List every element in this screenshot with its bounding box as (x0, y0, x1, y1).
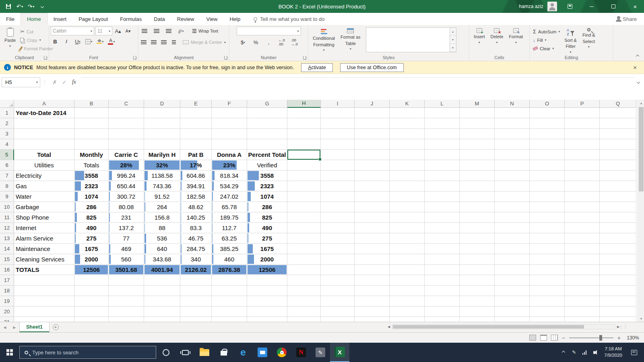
cell-E4[interactable] (180, 139, 212, 150)
cell-M13[interactable] (460, 233, 495, 244)
cell-B21[interactable] (74, 317, 109, 322)
cell-A16[interactable]: TOTALS (14, 265, 74, 275)
cell-E1[interactable] (180, 108, 212, 118)
cell-N4[interactable] (495, 139, 530, 150)
scroll-left-button[interactable]: ◀ (386, 324, 392, 330)
cell-F19[interactable] (212, 296, 247, 306)
row-header-6[interactable]: 6 (0, 160, 14, 171)
font-color-button[interactable]: A▾ (107, 37, 116, 46)
row-header-19[interactable]: 19 (0, 296, 14, 306)
cell-F17[interactable] (212, 275, 247, 286)
decrease-font-size-button[interactable]: A▾ (124, 27, 132, 35)
cell-O21[interactable] (530, 317, 565, 322)
cell-P19[interactable] (565, 296, 600, 306)
cell-P11[interactable] (565, 212, 600, 223)
alignment-dialog-launcher[interactable] (224, 56, 228, 60)
cell-O12[interactable] (530, 223, 565, 233)
row-header-1[interactable]: 1 (0, 108, 14, 118)
cell-C7[interactable]: 996.24 (109, 171, 144, 181)
cell-B4[interactable] (74, 139, 109, 150)
cell-C9[interactable]: 300.72 (109, 191, 144, 202)
network-tray-icon[interactable] (579, 350, 590, 355)
cell-N5[interactable] (495, 150, 530, 160)
cell-B2[interactable] (74, 118, 109, 129)
cell-A12[interactable]: Internet (14, 223, 74, 233)
row-header-3[interactable]: 3 (0, 129, 14, 139)
cell-O16[interactable] (530, 265, 565, 275)
cell-D12[interactable]: 88 (144, 223, 180, 233)
cell-A8[interactable]: Gas (14, 181, 74, 191)
cell-K19[interactable] (390, 296, 425, 306)
cell-L11[interactable] (425, 212, 460, 223)
cell-O19[interactable] (530, 296, 565, 306)
cell-N10[interactable] (495, 202, 530, 212)
cell-N11[interactable] (495, 212, 530, 223)
cell-H6[interactable] (287, 160, 321, 171)
redo-button[interactable]: ↷▾ (26, 1, 36, 12)
cell-Q7[interactable] (600, 171, 636, 181)
activate-button[interactable]: Activate (301, 63, 332, 72)
cell-F10[interactable]: 65.78 (212, 202, 247, 212)
column-header-G[interactable]: G (247, 100, 287, 108)
cell-N16[interactable] (495, 265, 530, 275)
cell-N21[interactable] (495, 317, 530, 322)
cell-A1[interactable]: Year-to-Date 2014 (14, 108, 74, 118)
cell-L14[interactable] (425, 244, 460, 254)
cell-H12[interactable] (287, 223, 321, 233)
number-format-dropdown-icon[interactable]: ▾ (295, 29, 299, 33)
sort-filter-dropdown-icon[interactable]: ▾ (570, 50, 572, 54)
cell-D20[interactable] (144, 306, 180, 317)
tray-overflow-button[interactable] (558, 351, 569, 354)
paste-dropdown-icon[interactable]: ▾ (9, 44, 11, 48)
cell-A10[interactable]: Garbage (14, 202, 74, 212)
row-header-17[interactable]: 17 (0, 275, 14, 286)
row-header-14[interactable]: 14 (0, 244, 14, 254)
cell-P17[interactable] (565, 275, 600, 286)
cell-I11[interactable] (321, 212, 355, 223)
cell-F13[interactable]: 63.25 (212, 233, 247, 244)
cell-L1[interactable] (425, 108, 460, 118)
cell-D14[interactable]: 640 (144, 244, 180, 254)
cell-F2[interactable] (212, 118, 247, 129)
cell-C13[interactable]: 77 (109, 233, 144, 244)
cell-C18[interactable] (109, 286, 144, 296)
cell-G3[interactable] (247, 129, 287, 139)
microsoft-store-button[interactable] (214, 343, 233, 362)
excel-taskbar-button[interactable]: X (330, 343, 349, 362)
cell-I17[interactable] (321, 275, 355, 286)
cell-Q2[interactable] (600, 118, 636, 129)
cell-J8[interactable] (355, 181, 390, 191)
cell-B15[interactable]: 2000 (74, 254, 109, 265)
row-header-9[interactable]: 9 (0, 191, 14, 202)
cell-L5[interactable] (425, 150, 460, 160)
cell-I14[interactable] (321, 244, 355, 254)
cell-J5[interactable] (355, 150, 390, 160)
notice-close-button[interactable]: × (630, 64, 640, 71)
scroll-up-button[interactable]: ▴ (638, 100, 644, 106)
cell-Q3[interactable] (600, 129, 636, 139)
cell-Q21[interactable] (600, 317, 636, 322)
page-layout-view-button[interactable] (540, 335, 547, 341)
merge-center-button[interactable]: ↔Merge & Center▾ (181, 38, 227, 47)
cell-C21[interactable] (109, 317, 144, 322)
cell-N9[interactable] (495, 191, 530, 202)
zoom-slider-thumb[interactable] (599, 335, 602, 341)
cell-F16[interactable]: 2876.38 (212, 265, 247, 275)
cell-I10[interactable] (321, 202, 355, 212)
cell-E10[interactable]: 48.62 (180, 202, 212, 212)
cell-K13[interactable] (390, 233, 425, 244)
cell-C2[interactable] (109, 118, 144, 129)
action-center-button[interactable] (631, 350, 637, 355)
cell-H17[interactable] (287, 275, 321, 286)
cell-A6[interactable]: Utilities (14, 160, 74, 171)
percent-style-button[interactable]: % (252, 38, 260, 47)
cell-D2[interactable] (144, 118, 180, 129)
tab-insert[interactable]: Insert (47, 13, 73, 25)
column-header-D[interactable]: D (144, 100, 180, 108)
cell-F11[interactable]: 189.75 (212, 212, 247, 223)
cell-F9[interactable]: 247.02 (212, 191, 247, 202)
cell-O15[interactable] (530, 254, 565, 265)
close-button[interactable]: × (626, 0, 644, 13)
cell-B6[interactable]: Totals (74, 160, 109, 171)
cell-N17[interactable] (495, 275, 530, 286)
